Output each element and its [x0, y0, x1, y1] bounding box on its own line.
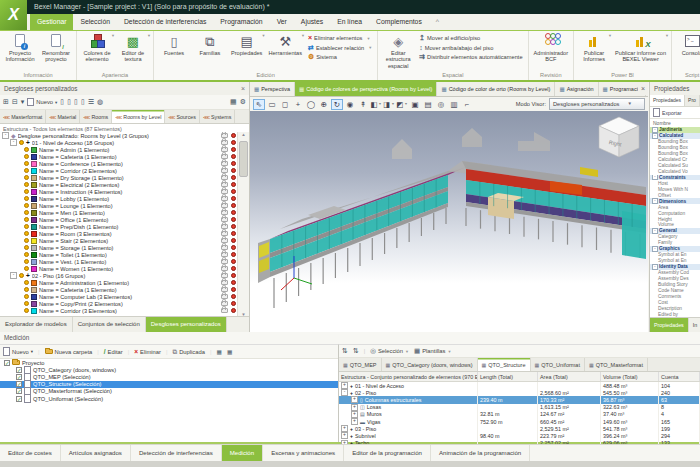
familias-button[interactable]: ⧉Familias — [192, 32, 228, 57]
publicar-informes-button[interactable]: Publicar Informes▼ — [576, 32, 612, 64]
tree-item[interactable]: Name = Women (1 Elemento) — [0, 265, 238, 272]
checkbox-icon[interactable]: ✓ — [16, 396, 22, 402]
qto-table-row[interactable]: -+02 - Piso2,568.60 m²545.50 m³240 — [339, 389, 700, 396]
grid-view-icon[interactable]: ▦ — [230, 98, 237, 106]
establecer-relaci-n-button[interactable]: ⇄Establecer relación▼ — [308, 45, 372, 51]
isolate-dot-icon[interactable] — [231, 294, 237, 300]
qto-list-item[interactable]: ✓Proyecto — [0, 359, 338, 366]
isolate-dot-icon[interactable] — [231, 147, 237, 153]
status-tab-art-culos-asignados[interactable]: Artículos asignados — [61, 445, 131, 462]
panel-tab-conjuntos-de-selecci-n[interactable]: Conjuntos de selección — [73, 317, 146, 332]
look-around-icon[interactable]: ◉ — [344, 99, 356, 110]
collapse-all-icon[interactable]: ⊟ — [12, 98, 18, 106]
checkbox-icon[interactable]: ✓ — [16, 374, 22, 380]
viewport-layout-icon[interactable]: ▥ — [448, 99, 460, 110]
ribbon-tab-selecci-n[interactable]: Selección — [73, 14, 116, 30]
isolate-dot-icon[interactable] — [231, 231, 237, 237]
breakdown-tab-systems[interactable]: ⋘Systems — [200, 110, 235, 123]
qto-list-item[interactable]: ✓QTO_Structure (Selección) — [0, 381, 338, 388]
scroll-up-icon[interactable]: ▲ — [241, 132, 245, 137]
status-tab-detecci-n-de-interferencias[interactable]: Detección de interferencias — [131, 445, 222, 462]
tree-item[interactable]: Name = Lobby (1 Elemento) — [0, 195, 238, 202]
column-header[interactable]: Length (Total) — [478, 372, 538, 381]
expand-icon[interactable]: - — [652, 133, 658, 139]
checkbox-icon[interactable]: ✓ — [4, 360, 10, 366]
qto-table-row[interactable]: +◫Losas1,613.15 m²322.63 m³8 — [339, 404, 700, 411]
tree-item[interactable]: Name = Storage (1 Elemento) — [0, 244, 238, 251]
isolate-dot-icon[interactable] — [231, 273, 237, 279]
editor-de-textura-button[interactable]: ▩Editor de textura▼ — [115, 32, 151, 64]
renombrar-proyecto-button[interactable]: /Renombrar proyecto — [38, 32, 74, 64]
distribuir-elementos-autom-ticamente-button[interactable]: ⇉Distribuir elementos automáticamente — [419, 54, 522, 60]
expand-icon[interactable]: + — [341, 432, 348, 439]
expand-icon[interactable]: - — [2, 132, 9, 139]
visibility-eye-icon[interactable]: ◎ — [435, 99, 447, 110]
orbit-icon[interactable]: ↻ — [331, 99, 343, 110]
ribbon-tab-complementos[interactable]: Complementos — [369, 14, 429, 30]
isolate-dot-icon[interactable] — [231, 217, 237, 223]
tree-item[interactable]: Name = Cafeteria (1 Elemento) — [0, 286, 238, 293]
tree-item[interactable]: Name = Cafeteria (1 Elemento) — [0, 153, 238, 160]
gear-icon[interactable]: ⚙ — [240, 98, 246, 106]
isolate-dot-icon[interactable] — [231, 280, 237, 286]
mover-arriba-abajo-del-piso-button[interactable]: ↕Mover arriba/abajo del piso — [419, 45, 522, 51]
expand-tree-icon[interactable]: ▦ — [216, 349, 221, 355]
view-cube[interactable]: Right — [596, 112, 642, 158]
checkbox-icon[interactable]: ✓ — [16, 388, 22, 394]
close-icon[interactable]: × — [241, 82, 245, 95]
scrollbar-thumb[interactable] — [239, 141, 248, 177]
building-model[interactable] — [250, 111, 648, 332]
view-presets-icon[interactable]: ◧▼ — [370, 99, 382, 110]
herramientas-button[interactable]: ⚒Herramientas▼ — [265, 32, 305, 57]
status-tab-escenas-y-animaciones[interactable]: Escenas y animaciones — [263, 445, 344, 462]
copy-breakdown-icon[interactable]: ▯ — [60, 98, 64, 106]
properties-tab-propiedades[interactable]: Propiedades — [650, 95, 685, 106]
publicar-informe-con-bexel-viewer-button[interactable]: XPublicar informe con BEXEL Viewer▼ — [612, 32, 669, 64]
isolate-dot-icon[interactable] — [231, 266, 237, 272]
breakdown-tab-rooms-by-level[interactable]: ⋘Rooms by Level — [112, 110, 165, 123]
expand-icon[interactable]: - — [652, 264, 658, 270]
isolate-dot-icon[interactable] — [231, 168, 237, 174]
expand-icon[interactable]: + — [351, 404, 358, 411]
expand-icon[interactable]: - — [652, 228, 658, 234]
measure-icon[interactable]: ⌐ — [461, 99, 473, 110]
propiedades-button[interactable]: ▤Propiedades▼ — [228, 32, 265, 57]
ribbon-tab-detecci-n-de-interferencias[interactable]: Detección de interferencias — [117, 14, 213, 30]
ribbon-tab-gestionar[interactable]: Gestionar — [30, 14, 73, 30]
isolate-dot-icon[interactable] — [231, 182, 237, 188]
tree-scrollbar[interactable]: ▲ ▼ — [237, 132, 249, 317]
snapshot-icon[interactable]: ▤ — [422, 99, 434, 110]
isolate-dot-icon[interactable] — [231, 259, 237, 265]
model-canvas[interactable]: Right — [250, 111, 648, 332]
sistema-button[interactable]: ⚙Sistema — [308, 54, 372, 60]
paste-breakdown-icon[interactable]: ▯ — [67, 98, 71, 106]
tree-item[interactable]: Name = Corridor (3 Elementos) — [0, 307, 238, 314]
expand-icon[interactable]: - — [652, 175, 658, 181]
isolate-dot-icon[interactable] — [231, 287, 237, 293]
delete-breakdown-icon[interactable]: ▯ — [74, 98, 78, 106]
checkbox-icon[interactable]: ✓ — [16, 381, 22, 387]
qto-list-item[interactable]: ✓QTO_Category (doors, windows) — [0, 366, 338, 373]
expand-icon[interactable]: - — [10, 272, 17, 279]
tree-item[interactable]: Name = Copy/Print (2 Elementos) — [0, 300, 238, 307]
nueva-carpeta-button[interactable]: Nueva carpeta — [45, 349, 93, 355]
status-tab-medici-n[interactable]: Medición — [222, 445, 263, 462]
properties-bottom-tab-in[interactable]: In — [689, 318, 700, 332]
isolate-dot-icon[interactable] — [231, 154, 237, 160]
pan-icon[interactable]: + — [292, 99, 304, 110]
zoom-window-icon[interactable]: ⊕ — [318, 99, 330, 110]
expand-icon[interactable]: - — [652, 198, 658, 204]
expand-all-icon[interactable]: ⊞ — [3, 98, 9, 106]
expand-icon[interactable]: + — [351, 396, 358, 403]
tree-item[interactable]: Name = Room (3 Elementos) — [0, 230, 238, 237]
new-breakdown-button[interactable]: Nuevo▾ — [27, 98, 57, 107]
qto-list-item[interactable]: ✓QTO_Masterformat (Selección) — [0, 388, 338, 395]
collapse-tree-icon[interactable]: ▦ — [227, 349, 232, 355]
app-logo-icon[interactable]: X — [0, 0, 27, 30]
tree-item[interactable]: Name = Vest. (1 Elemento) — [0, 258, 238, 265]
proyecto-informaci-n-button[interactable]: iProyecto Información — [2, 32, 38, 64]
panel-tab-desgloses-personalizados[interactable]: Desgloses personalizados — [146, 317, 227, 332]
qto-tab-qto-structure[interactable]: ▦QTO_Structure — [478, 358, 531, 371]
tree-item[interactable]: Name = Men (1 Elemento) — [0, 209, 238, 216]
selection-dropdown[interactable]: ◎ Selección ▼ — [370, 348, 409, 354]
